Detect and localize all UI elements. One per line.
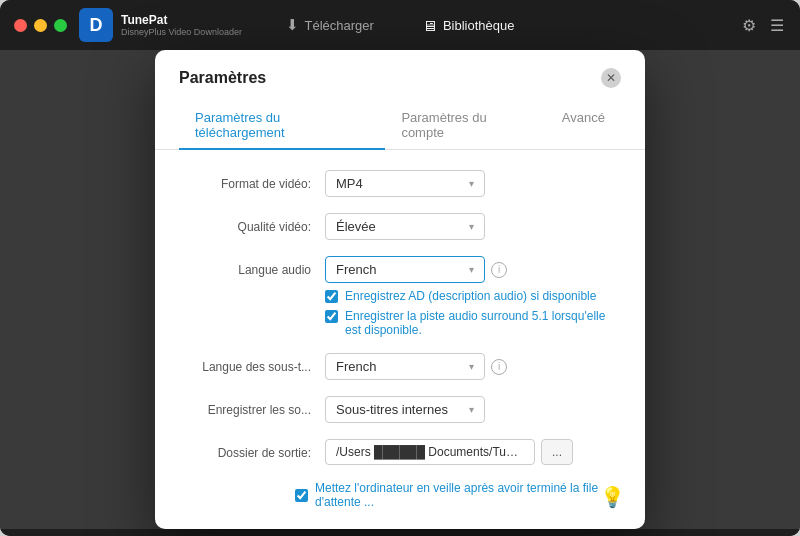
subtitle-save-arrow: ▾: [469, 404, 474, 415]
audio-desc-row: Enregistrez AD (description audio) si di…: [325, 289, 615, 303]
bottom-bar: 🔒 POLITIQUE DE CONFIDENTIALITÉ: [0, 529, 800, 536]
app-logo: D: [79, 8, 113, 42]
subtitle-lang-arrow: ▾: [469, 361, 474, 372]
dialog-close-button[interactable]: ✕: [601, 68, 621, 88]
subtitle-lang-select[interactable]: French ▾: [325, 353, 485, 380]
form-body: Format de vidéo: MP4 ▾ Qualité vidéo: Él…: [155, 170, 645, 465]
nav-tab-library[interactable]: 🖥 Bibliothèque: [398, 9, 539, 42]
subtitle-lang-info-icon[interactable]: i: [491, 359, 507, 375]
audio-surround-row: Enregistrer la piste audio surround 5.1 …: [325, 309, 615, 337]
nav-tab-download[interactable]: ⬇ Télécharger: [262, 8, 398, 42]
sleep-label: Mettez l'ordinateur en veille après avoi…: [315, 481, 645, 509]
app-name-block: TunePat DisneyPlus Video Downloader: [121, 13, 242, 37]
tab-advanced[interactable]: Avancé: [546, 102, 621, 150]
subtitle-lang-control: French ▾ i: [325, 353, 615, 380]
menu-icon[interactable]: ☰: [770, 16, 784, 35]
sleep-row: Mettez l'ordinateur en veille après avoi…: [155, 481, 645, 509]
video-quality-select[interactable]: Élevée ▾: [325, 213, 485, 240]
tab-download-settings[interactable]: Paramètres du téléchargement: [179, 102, 385, 150]
subtitle-lang-row: Langue des sous-t... French ▾ i: [185, 353, 615, 380]
app-subtitle: DisneyPlus Video Downloader: [121, 27, 242, 37]
video-format-label: Format de vidéo:: [185, 170, 325, 191]
video-quality-control: Élevée ▾: [325, 213, 615, 240]
bulb-icon[interactable]: 💡: [600, 486, 625, 508]
output-folder-row: Dossier de sortie: /Users ██████ Documen…: [185, 439, 615, 465]
audio-lang-control: French ▾ i Enregistrez AD (description a…: [325, 256, 615, 337]
nav-tab-download-label: Télécharger: [305, 18, 374, 33]
subtitle-save-select[interactable]: Sous-titres internes ▾: [325, 396, 485, 423]
subtitle-lang-label: Langue des sous-t...: [185, 353, 325, 374]
subtitle-save-row: Enregistrer les so... Sous-titres intern…: [185, 396, 615, 423]
minimize-light[interactable]: [34, 19, 47, 32]
video-format-control: MP4 ▾: [325, 170, 615, 197]
video-quality-arrow: ▾: [469, 221, 474, 232]
nav-tabs: ⬇ Télécharger 🖥 Bibliothèque: [262, 8, 539, 42]
audio-lang-row: Langue audio French ▾ i Enregistrez AD (…: [185, 256, 615, 337]
audio-lang-inline: French ▾ i: [325, 256, 615, 283]
output-path-field: /Users ██████ Documents/TunePat DisneyPl…: [325, 439, 535, 465]
subtitle-save-control: Sous-titres internes ▾: [325, 396, 615, 423]
video-format-arrow: ▾: [469, 178, 474, 189]
app-window: D TunePat DisneyPlus Video Downloader ⬇ …: [0, 0, 800, 536]
audio-surround-label: Enregistrer la piste audio surround 5.1 …: [345, 309, 615, 337]
video-quality-row: Qualité vidéo: Élevée ▾: [185, 213, 615, 240]
sleep-checkbox[interactable]: [295, 489, 308, 502]
traffic-lights: [14, 19, 67, 32]
bulb-area: 💡: [600, 485, 625, 509]
audio-lang-info-icon[interactable]: i: [491, 262, 507, 278]
content-area: Paramètres ✕ Paramètres du téléchargemen…: [0, 50, 800, 529]
dialog: Paramètres ✕ Paramètres du téléchargemen…: [155, 50, 645, 529]
video-format-row: Format de vidéo: MP4 ▾: [185, 170, 615, 197]
audio-lang-select[interactable]: French ▾: [325, 256, 485, 283]
download-icon: ⬇: [286, 16, 299, 34]
close-light[interactable]: [14, 19, 27, 32]
dialog-title: Paramètres: [179, 69, 266, 87]
settings-icon[interactable]: ⚙: [742, 16, 756, 35]
subtitle-save-label: Enregistrer les so...: [185, 396, 325, 417]
audio-lang-label: Langue audio: [185, 256, 325, 277]
app-name: TunePat: [121, 13, 242, 27]
title-bar-right: ⚙ ☰: [742, 16, 784, 35]
output-folder-label: Dossier de sortie:: [185, 439, 325, 460]
dialog-tabs: Paramètres du téléchargement Paramètres …: [155, 88, 645, 150]
dialog-header: Paramètres ✕: [155, 50, 645, 88]
video-quality-label: Qualité vidéo:: [185, 213, 325, 234]
subtitle-lang-inline: French ▾ i: [325, 353, 615, 380]
audio-desc-checkbox[interactable]: [325, 290, 338, 303]
audio-lang-arrow: ▾: [469, 264, 474, 275]
video-format-select[interactable]: MP4 ▾: [325, 170, 485, 197]
title-bar: D TunePat DisneyPlus Video Downloader ⬇ …: [0, 0, 800, 50]
nav-tab-library-label: Bibliothèque: [443, 18, 515, 33]
audio-desc-label: Enregistrez AD (description audio) si di…: [345, 289, 596, 303]
library-icon: 🖥: [422, 17, 437, 34]
path-row: /Users ██████ Documents/TunePat DisneyPl…: [325, 439, 615, 465]
output-folder-control: /Users ██████ Documents/TunePat DisneyPl…: [325, 439, 615, 465]
audio-surround-checkbox[interactable]: [325, 310, 338, 323]
tab-account-settings[interactable]: Paramètres du compte: [385, 102, 545, 150]
maximize-light[interactable]: [54, 19, 67, 32]
output-browse-button[interactable]: ...: [541, 439, 573, 465]
